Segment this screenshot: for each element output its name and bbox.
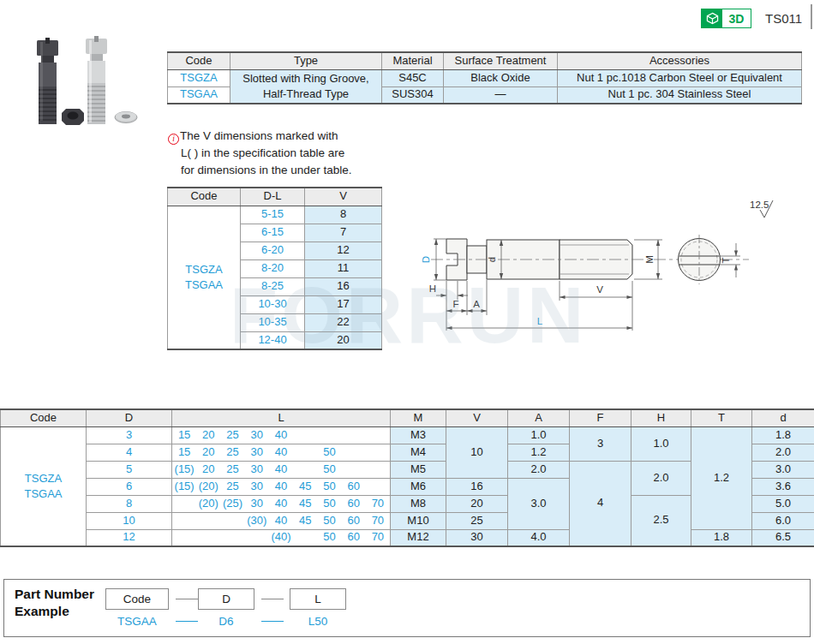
dsmall-cell: 3.0 xyxy=(752,461,814,478)
v-cell: 17 xyxy=(305,295,382,313)
header-row: Code D-L V xyxy=(168,188,382,206)
l-value: 15 xyxy=(172,446,196,459)
3d-badge-label: 3D xyxy=(722,9,751,27)
part-number-title: Part Number Example xyxy=(15,586,94,620)
spec-table: Code D L M V A F H T d TSGZA TSGAA 3 152… xyxy=(0,408,814,547)
col-header-L: L xyxy=(172,409,391,426)
v-cell: 16 xyxy=(305,277,382,295)
dl-cell: 10-30 xyxy=(241,295,305,313)
l-value: 30 xyxy=(245,463,269,476)
d-cell: 5 xyxy=(87,461,172,478)
l-values-cell: (30)4045506070 xyxy=(172,512,391,529)
l-value xyxy=(342,429,366,442)
l-value: 30 xyxy=(245,429,269,442)
l-value: 45 xyxy=(293,515,317,528)
l-value xyxy=(366,463,390,476)
a-cell: 4.0 xyxy=(508,529,570,546)
dsmall-cell: 2.0 xyxy=(752,444,814,461)
code-line: TSGZA xyxy=(168,262,240,277)
l-value xyxy=(293,429,317,442)
example-code: TSGAA xyxy=(105,614,169,628)
l-value xyxy=(342,446,366,459)
l-value: 40 xyxy=(269,480,293,493)
dsmall-cell: 3.6 xyxy=(752,478,814,495)
a-cell: 1.0 xyxy=(508,426,570,444)
l-value: (25) xyxy=(220,498,244,510)
a-cell: 1.2 xyxy=(508,444,570,461)
type-line: Slotted with Ring Groove, xyxy=(230,71,381,86)
code-line: TSGAA xyxy=(1,486,86,502)
col-header-accessories: Accessories xyxy=(558,52,802,69)
header-row: Code D L M V A F H T d xyxy=(1,409,814,426)
product-photo-image xyxy=(21,30,159,133)
l-value: 15 xyxy=(172,429,196,442)
d-cell: 12 xyxy=(87,529,172,546)
note-line: L( ) in the specification table are xyxy=(168,145,416,162)
l-value: (20) xyxy=(196,498,220,510)
l-value: 60 xyxy=(342,531,366,544)
code-line: TSGZA xyxy=(1,471,86,486)
dl-cell: 12-40 xyxy=(241,331,305,349)
col-header-d: d xyxy=(752,409,814,426)
dash-separator-blue xyxy=(261,621,284,622)
l-value: 30 xyxy=(245,480,269,493)
table-row: TSGZA TSGAA 3 1520253040 M3 10 1.0 3 1.0… xyxy=(1,426,814,444)
l-value: (20) xyxy=(196,480,220,493)
dash-separator-blue xyxy=(176,621,198,622)
l-value: 50 xyxy=(317,446,341,459)
dl-cell: 6-15 xyxy=(241,224,305,242)
l-value: 70 xyxy=(366,498,390,510)
l-value: 60 xyxy=(342,515,366,528)
f-cell: 3 xyxy=(570,426,631,461)
code-cell: TSGAA xyxy=(168,86,230,104)
surface-cell: Black Oxide xyxy=(444,69,558,86)
accessories-cell: Nut 1 pc.1018 Carbon Steel or Equivalent xyxy=(558,69,802,86)
l-value xyxy=(245,531,269,544)
l-value xyxy=(220,531,244,544)
dim-label-F: F xyxy=(452,299,458,309)
l-value xyxy=(196,531,220,544)
col-header-material: Material xyxy=(382,52,444,69)
info-icon: i xyxy=(168,134,179,145)
l-value: 40 xyxy=(269,498,293,510)
v-cell: 11 xyxy=(305,259,382,277)
surface-cell: — xyxy=(444,86,558,104)
l-values-cell: 152025304050 xyxy=(172,444,391,461)
dl-cell: 6-20 xyxy=(241,242,305,259)
page-edge-divider xyxy=(811,4,812,29)
dim-label-M: M xyxy=(644,255,655,264)
dash-separator xyxy=(176,599,198,599)
l-box: L xyxy=(290,588,346,610)
l-value: 45 xyxy=(293,480,317,493)
l-value: 20 xyxy=(196,429,220,442)
part-number-example: Part Number Example Code D L TSGAA D6 L5… xyxy=(3,579,811,637)
l-values-cell: (15)(20)253040455060 xyxy=(172,478,391,495)
l-value xyxy=(366,446,390,459)
l-value: 60 xyxy=(342,498,366,510)
roughness-value: 12.5 xyxy=(750,200,769,210)
l-value: 45 xyxy=(293,498,317,510)
dash-separator xyxy=(261,599,284,599)
l-value xyxy=(172,498,196,510)
l-value: 70 xyxy=(366,515,390,528)
dsmall-cell: 1.8 xyxy=(752,426,814,444)
l-value: 40 xyxy=(269,515,293,528)
l-value: 40 xyxy=(269,463,293,476)
l-value xyxy=(342,463,366,476)
nut-black-oxide xyxy=(62,109,84,125)
note-text: The V dimensions marked with xyxy=(180,129,338,142)
v-cell: 20 xyxy=(305,331,382,349)
l-value: 25 xyxy=(220,463,244,476)
dim-label-d: d xyxy=(487,257,497,262)
material-cell: S45C xyxy=(382,69,444,86)
l-value xyxy=(293,446,317,459)
h-cell: 1.0 xyxy=(631,426,691,461)
overview-table: Code Type Material Surface Treatment Acc… xyxy=(167,51,802,104)
v-dimension-note: iThe V dimensions marked with L( ) in th… xyxy=(168,128,416,178)
d-cell: 4 xyxy=(87,444,172,461)
d-cell: 3 xyxy=(87,426,172,444)
l-value xyxy=(366,480,390,493)
3d-model-badge[interactable]: 3D xyxy=(701,9,751,28)
f-cell: 4 xyxy=(570,461,631,546)
col-header-type: Type xyxy=(230,52,382,69)
